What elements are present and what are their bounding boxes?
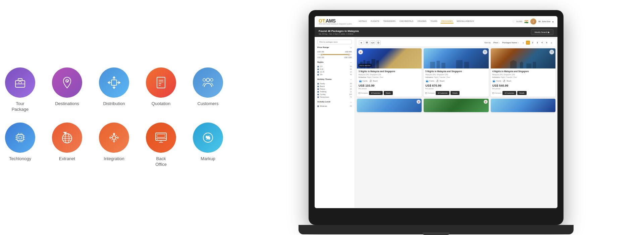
package-card-4-image: ♥ (357, 99, 422, 112)
nights-2-5[interactable]: 2-5 59 (317, 65, 352, 67)
price-range-min-val: USD 100 (317, 56, 324, 58)
package-2-customize-button[interactable]: ⚙ Customize (436, 91, 449, 95)
nav-cruises[interactable]: CRUISES (417, 19, 427, 23)
heart-icon[interactable]: ♡ (512, 20, 515, 23)
extranet-item[interactable]: Extranet (47, 123, 87, 168)
theme-beach[interactable]: Beach 45 (317, 85, 352, 87)
package-2-wishlist-button[interactable]: ♡ (483, 50, 487, 54)
markup-item[interactable]: % Markup (188, 123, 228, 168)
currency-display[interactable]: $ USD (517, 20, 523, 22)
page-5-button[interactable]: 5 (545, 41, 549, 45)
package-3-customize-button[interactable]: ⚙ Customize (502, 91, 516, 95)
nav-car-rentals[interactable]: CAR RENTALS (399, 19, 414, 23)
integration-item[interactable]: Integration (94, 123, 134, 168)
map-view-icon[interactable]: </> (370, 40, 375, 45)
page-3-button[interactable]: 3 (535, 41, 539, 45)
theme-trekking-checkbox[interactable] (317, 91, 319, 93)
nights-11-15[interactable]: 11-15 15 (317, 71, 352, 73)
theme-honeymoon[interactable]: Honeymoon 72 (317, 96, 352, 98)
user-dropdown-icon[interactable]: ▾ (552, 20, 553, 23)
package-1-customize-button[interactable]: ⚙ Customize (369, 91, 383, 95)
svg-rect-64 (376, 60, 379, 68)
svg-marker-10 (113, 87, 115, 89)
nights-6-10[interactable]: 6-10 69 (317, 68, 352, 70)
package-4-wishlist-button[interactable]: ♥ (417, 100, 421, 104)
page-2-button[interactable]: 2 (531, 41, 535, 45)
package-1-compare[interactable]: Compare (359, 92, 368, 94)
page-prev-button[interactable]: « (521, 41, 525, 45)
theme-cycling[interactable]: Cycling 108 (317, 93, 352, 95)
nav-flights[interactable]: FLIGHTS (370, 19, 380, 23)
package-card-2-image: ♡ (424, 48, 488, 68)
search-info: Found 48 Packages in Malaysia Sat, 30 Au… (319, 30, 359, 35)
package-5-wishlist-button[interactable]: ♥ (484, 100, 488, 104)
holiday-theme-collapse[interactable]: − (350, 78, 352, 81)
other-view-icon[interactable]: ◎ (376, 40, 381, 45)
nights-6-10-checkbox[interactable] (317, 68, 319, 70)
nights-11-15-checkbox[interactable] (317, 71, 319, 73)
back-office-item[interactable]: Back Office (141, 123, 181, 168)
package-1-compare-checkbox[interactable] (359, 92, 360, 94)
price-slider-min-thumb[interactable] (321, 54, 323, 56)
theme-beach-checkbox[interactable] (317, 86, 319, 87)
package-2-compare[interactable]: Compare (425, 92, 435, 94)
nights-15plus[interactable]: 15+ 45 (317, 74, 352, 76)
svg-rect-61 (363, 60, 365, 68)
page-1-button[interactable]: 1 (526, 41, 530, 45)
list-view-icon[interactable]: ≡ (359, 40, 364, 45)
package-2-details-button[interactable]: Details (450, 91, 460, 95)
svg-rect-71 (533, 62, 536, 68)
package-3-details-button[interactable]: Details (517, 91, 526, 95)
theme-trekking[interactable]: Trekking 11 (317, 91, 352, 93)
logo-area: OT:AMS All-in-one travel booking & integ… (319, 18, 352, 25)
nav-miscellaneous[interactable]: MISCELLANEOUS (456, 19, 475, 23)
technology-item[interactable]: Techlonogy (0, 123, 40, 168)
nav-tours[interactable]: TOURS (430, 19, 438, 23)
theme-family[interactable]: Family 59 (317, 83, 352, 85)
activity-moderate-checkbox[interactable] (317, 105, 319, 107)
distribution-label: Distribution (103, 101, 125, 107)
wishlist-active-icon[interactable]: ♥ (358, 50, 363, 54)
customers-item[interactable]: Customers (188, 67, 228, 112)
package-3-compare[interactable]: Compare (492, 92, 502, 94)
price-slider-max-thumb[interactable] (348, 54, 350, 56)
activity-moderate[interactable]: Moderate 25 (317, 105, 352, 107)
distribution-item[interactable]: Distribution (94, 67, 134, 112)
sort-price-button[interactable]: Price ↕ (493, 42, 499, 44)
destinations-item[interactable]: Destinations (47, 67, 87, 112)
package-card-5-preview: ♥ (424, 99, 488, 112)
price-slider-track[interactable] (317, 54, 352, 55)
theme-honeymoon-checkbox[interactable] (317, 96, 319, 98)
package-3-compare-checkbox[interactable] (492, 92, 494, 94)
theme-cycling-checkbox[interactable] (317, 94, 319, 95)
theme-history-checkbox[interactable] (317, 88, 319, 90)
theme-history[interactable]: History 06 (317, 88, 352, 90)
price-range-expand[interactable]: + (350, 46, 352, 49)
page-4-button[interactable]: 4 (540, 41, 544, 45)
nights-15plus-checkbox[interactable] (317, 74, 319, 76)
back-office-icon-bg (146, 123, 176, 153)
sort-packages-name-button[interactable]: Packages Name ↕ (502, 42, 519, 44)
package-1-details-button[interactable]: Details (384, 91, 393, 95)
svg-rect-60 (360, 62, 363, 68)
markup-label: Markup (201, 156, 215, 162)
user-name[interactable]: Mr. John Doe (538, 20, 550, 22)
tour-package-item[interactable]: Tour Package (0, 67, 40, 112)
nav-hotels[interactable]: HOTELS (358, 19, 367, 23)
quotation-item[interactable]: Quotation (141, 67, 181, 112)
box-arrows-icon (106, 75, 122, 91)
nights-collapse[interactable]: − (350, 61, 352, 64)
nav-packages[interactable]: PACKAGES (441, 19, 453, 23)
page-next-button[interactable]: » (549, 41, 553, 45)
modify-search-button[interactable]: Modify Search ▶ (531, 29, 553, 35)
activity-level-collapse[interactable]: − (350, 101, 352, 104)
filter-by-name-input[interactable] (317, 40, 352, 44)
theme-family-checkbox[interactable] (317, 83, 319, 85)
package-2-compare-checkbox[interactable] (425, 92, 427, 94)
nights-2-5-checkbox[interactable] (317, 66, 319, 67)
main-area: Price Range + USD 200 USD 800 (315, 37, 557, 208)
grid-view-icon[interactable]: ⊞ (365, 40, 369, 45)
package-3-wishlist-button[interactable]: ♡ (549, 50, 554, 54)
settings-icon (106, 130, 122, 146)
nav-transfers[interactable]: TRANSFERS (383, 19, 396, 23)
